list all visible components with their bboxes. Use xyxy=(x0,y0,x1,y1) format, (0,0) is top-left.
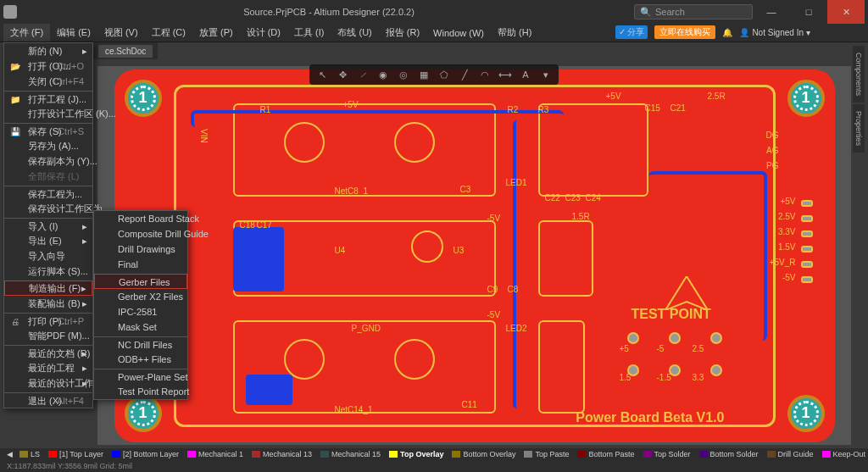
mounting-hole: 1 xyxy=(787,395,825,432)
window-title: Source.PrjPCB - Altium Designer (22.0.2) xyxy=(24,7,634,17)
pcb-board[interactable]: 1 1 1 1 xyxy=(114,69,835,442)
menu-help[interactable]: 帮助 (H) xyxy=(491,24,538,42)
file-menu-item[interactable]: 📂打开 (O)...Ctrl+O xyxy=(4,58,92,74)
tool-line-icon[interactable]: ╱ xyxy=(457,67,472,82)
file-menu-item[interactable]: 保存工程为... xyxy=(4,186,92,201)
file-menu-item[interactable]: 🖨打印 (P)...Ctrl+P xyxy=(4,313,92,328)
rtab-components[interactable]: Components xyxy=(853,46,865,103)
menu-edit[interactable]: 编辑 (E) xyxy=(50,24,97,42)
layer-tab[interactable]: Keep-Out Layer xyxy=(819,450,868,458)
submenu-item[interactable]: IPC-2581 xyxy=(94,304,187,319)
tool-fill-icon[interactable]: ▦ xyxy=(416,67,431,82)
layer-tab[interactable]: Bottom Solder xyxy=(696,450,762,458)
file-menu-item[interactable]: 最近的设计工作区▸ xyxy=(4,375,92,391)
tool-move-icon[interactable]: ✥ xyxy=(335,67,350,82)
file-menu-item[interactable]: 新的 (N)▸ xyxy=(4,43,92,58)
tool-cursor-icon[interactable]: ↖ xyxy=(314,67,330,82)
minimize-button[interactable]: — xyxy=(753,0,790,24)
floating-toolbar: ↖ ✥ ⟋ ◉ ◎ ▦ ⬠ ╱ ◠ ⟷ A ▾ xyxy=(309,64,559,85)
layer-tab[interactable]: Drill Guide xyxy=(764,450,817,458)
layer-tab[interactable]: Top Overlay xyxy=(386,450,447,458)
menu-report[interactable]: 报告 (R) xyxy=(379,24,426,42)
submenu-arrow-icon: ▸ xyxy=(82,236,87,247)
file-menu-item[interactable]: 关闭 (C)Ctrl+F4 xyxy=(4,74,92,89)
file-menu-item[interactable]: 保存设计工作区为... xyxy=(4,201,92,216)
submenu-arrow-icon: ▸ xyxy=(82,378,87,389)
menu-view[interactable]: 视图 (V) xyxy=(97,24,145,42)
file-menu-item[interactable]: 📁打开工程 (J)... xyxy=(4,91,92,106)
file-menu-item[interactable]: 制造输出 (F)▸ xyxy=(4,280,92,296)
layertab-prev-icon[interactable]: ◀ xyxy=(7,450,13,458)
tool-dim-icon[interactable]: ⟷ xyxy=(498,67,513,82)
file-menu-item[interactable]: 保存副本为 (Y)... xyxy=(4,153,92,169)
signin[interactable]: 👤 Not Signed In ▾ xyxy=(739,28,810,37)
tool-arc-icon[interactable]: ◠ xyxy=(477,67,492,82)
submenu-item[interactable]: Composite Drill Guide xyxy=(94,226,187,242)
maximize-button[interactable]: □ xyxy=(790,0,827,24)
settings-icon[interactable]: 🔔 xyxy=(722,28,732,37)
submenu-item[interactable]: Final xyxy=(94,257,187,272)
submenu-item[interactable]: Test Point Report xyxy=(94,384,187,399)
file-menu-item[interactable]: 运行脚本 (S)... xyxy=(4,264,92,279)
menu-file[interactable]: 文件 (F) xyxy=(3,24,50,42)
menu-project[interactable]: 工程 (C) xyxy=(145,24,192,42)
layer-tab[interactable]: Bottom Overlay xyxy=(448,450,519,458)
buy-button[interactable]: 立即在线购买 xyxy=(654,25,715,39)
file-menu-item[interactable]: 💾保存 (S)Ctrl+S xyxy=(4,123,92,138)
menu-window[interactable]: Window (W) xyxy=(426,25,491,41)
layer-swatch xyxy=(320,451,329,458)
file-menu-item[interactable]: 全部保存 (L) xyxy=(4,169,92,184)
tool-more-icon[interactable]: ▾ xyxy=(538,67,554,82)
submenu-item[interactable]: Report Board Stack xyxy=(94,211,187,226)
submenu-item[interactable]: Gerber X2 Files xyxy=(94,289,187,304)
layer-tab[interactable]: LS xyxy=(16,450,43,458)
submenu-arrow-icon: ▸ xyxy=(82,221,87,232)
submenu-item[interactable]: ODB++ Files xyxy=(94,352,187,367)
menu-route[interactable]: 布线 (U) xyxy=(331,24,378,42)
layer-swatch xyxy=(643,451,652,458)
file-menu: 新的 (N)▸📂打开 (O)...Ctrl+O关闭 (C)Ctrl+F4📁打开工… xyxy=(3,42,93,408)
mounting-hole: 1 xyxy=(125,80,162,117)
submenu-item[interactable]: Drill Drawings xyxy=(94,242,187,257)
tool-pad-icon[interactable]: ◎ xyxy=(396,67,411,82)
submenu-item[interactable]: Power-Plane Set xyxy=(94,369,187,384)
submenu-arrow-icon: ▸ xyxy=(82,363,87,374)
file-menu-item[interactable]: 导出 (E)▸ xyxy=(4,233,92,248)
file-menu-item[interactable]: 导入向导 xyxy=(4,248,92,264)
menu-place[interactable]: 放置 (P) xyxy=(192,24,240,42)
file-menu-item[interactable]: 最近的文档 (R)▸ xyxy=(4,345,92,360)
pad xyxy=(801,215,813,222)
share-button[interactable]: ✓ 分享 xyxy=(615,25,648,39)
layer-tab[interactable]: Top Paste xyxy=(520,450,572,458)
layer-tab[interactable]: Mechanical 15 xyxy=(317,450,384,458)
file-menu-item[interactable]: 打开设计工作区 (K)... xyxy=(4,106,92,121)
menu-design[interactable]: 设计 (D) xyxy=(240,24,287,42)
file-menu-item[interactable]: 退出 (X)Alt+F4 xyxy=(4,392,92,408)
rtab-properties[interactable]: Properties xyxy=(853,104,865,153)
submenu-item[interactable]: Mask Set xyxy=(94,319,187,335)
pad xyxy=(801,200,813,207)
layer-tab[interactable]: Bottom Paste xyxy=(574,450,637,458)
file-menu-item[interactable]: 导入 (I)▸ xyxy=(4,218,92,233)
file-menu-item[interactable]: 另存为 (A)... xyxy=(4,138,92,153)
global-search[interactable]: 🔍 Search xyxy=(634,4,753,19)
file-menu-item[interactable]: 装配输出 (B)▸ xyxy=(4,296,92,311)
document-tab[interactable]: ce.SchDoc xyxy=(98,45,153,58)
layer-tab[interactable]: Mechanical 13 xyxy=(248,450,315,458)
search-icon: 🔍 xyxy=(640,7,652,18)
tool-poly-icon[interactable]: ⬠ xyxy=(437,67,452,82)
layer-tab[interactable]: Mechanical 1 xyxy=(184,450,247,458)
tool-route-icon[interactable]: ⟋ xyxy=(355,67,370,82)
tool-text-icon[interactable]: A xyxy=(518,67,533,82)
layer-tab[interactable]: [2] Bottom Layer xyxy=(108,450,182,458)
file-menu-item[interactable]: 最近的工程▸ xyxy=(4,360,92,375)
layer-tab[interactable]: Top Solder xyxy=(640,450,694,458)
submenu-item[interactable]: Gerber Files xyxy=(94,274,187,289)
close-button[interactable]: ✕ xyxy=(827,0,865,24)
menu-tools[interactable]: 工具 (I) xyxy=(287,24,331,42)
file-menu-item[interactable]: 智能PDF (M)... xyxy=(4,328,92,343)
testpad xyxy=(710,364,722,376)
submenu-item[interactable]: NC Drill Files xyxy=(94,336,187,352)
layer-tab[interactable]: [1] Top Layer xyxy=(45,450,107,458)
tool-via-icon[interactable]: ◉ xyxy=(376,67,391,82)
